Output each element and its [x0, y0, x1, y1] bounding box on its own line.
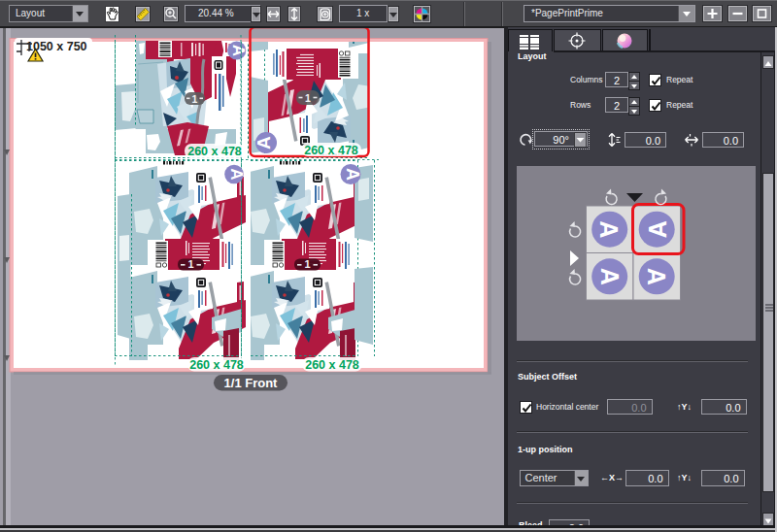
svg-text:1: 1 [305, 92, 311, 104]
svg-text:A: A [227, 168, 246, 180]
svg-text:260 x 478: 260 x 478 [304, 144, 358, 157]
svg-text:1: 1 [187, 258, 193, 270]
svg-text:260 x 478: 260 x 478 [305, 358, 359, 372]
svg-text:1/1 Front: 1/1 Front [224, 376, 279, 390]
svg-text:A: A [596, 268, 624, 285]
svg-text:1: 1 [304, 258, 310, 270]
svg-text:260 x 478: 260 x 478 [187, 145, 242, 158]
svg-text:260 x 478: 260 x 478 [189, 358, 244, 372]
svg-text:A: A [595, 220, 623, 238]
svg-text:A: A [253, 136, 274, 150]
svg-text:A: A [644, 220, 671, 238]
svg-text:A: A [643, 268, 670, 285]
svg-text:A: A [343, 168, 362, 181]
